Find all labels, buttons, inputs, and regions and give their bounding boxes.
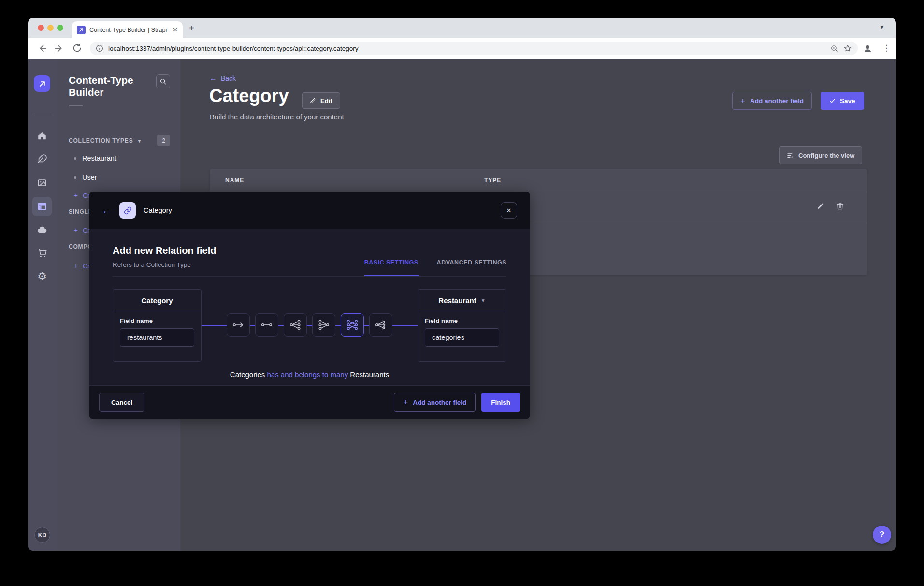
help-button[interactable]: ?	[873, 526, 891, 544]
back-icon[interactable]	[37, 43, 47, 54]
relation-many-to-one-button[interactable]	[312, 313, 335, 337]
browser-menu-icon[interactable]: ⋮	[882, 43, 891, 53]
modal-footer: Cancel + Add another field Finish	[89, 385, 530, 419]
settings-gear-icon[interactable]: ⚙	[32, 267, 52, 286]
url-text[interactable]: localhost:1337/admin/plugins/content-typ…	[108, 45, 825, 52]
table-header: NAME TYPE	[210, 169, 867, 192]
marketplace-cart-icon[interactable]	[32, 243, 52, 263]
content-manager-icon[interactable]	[32, 149, 52, 169]
tab-basic-settings[interactable]: BASIC SETTINGS	[364, 259, 419, 276]
save-button[interactable]: Save	[821, 92, 864, 110]
target-field-label: Field name	[425, 317, 499, 324]
relation-type-buttons	[227, 313, 392, 337]
tab-advanced-settings[interactable]: ADVANCED SETTINGS	[437, 259, 506, 276]
strapi-logo-icon[interactable]	[34, 75, 50, 92]
divider	[69, 105, 83, 106]
modal-add-another-field-button[interactable]: + Add another field	[394, 393, 476, 412]
modal-back-icon[interactable]: ←	[102, 205, 112, 216]
add-another-field-button[interactable]: + Add another field	[732, 92, 812, 110]
plus-icon: +	[74, 226, 78, 234]
bullet-icon	[74, 176, 76, 179]
relation-sentence: Categories has and belongs to many Resta…	[113, 370, 506, 379]
strapi-favicon-icon	[77, 26, 86, 34]
plus-icon: +	[740, 96, 745, 106]
target-type-box: Restaurant▼ Field name	[418, 289, 506, 362]
plus-icon: +	[74, 262, 78, 270]
check-icon	[829, 98, 836, 104]
chevron-down-icon: ▼	[137, 138, 142, 144]
user-avatar[interactable]: KD	[34, 527, 50, 543]
sidebar-item-restaurant[interactable]: Restaurant	[74, 154, 116, 162]
pencil-icon	[310, 98, 316, 104]
relation-link-icon	[119, 202, 136, 219]
strapi-admin: ⚙ KD Content-Type Builder COLLECTION TYP…	[28, 59, 896, 551]
modal-header: ← Category ✕	[89, 192, 530, 229]
site-info-icon[interactable]	[96, 44, 103, 52]
relation-one-to-one-button[interactable]	[255, 313, 278, 337]
tab-title: Content-Type Builder | Strapi	[89, 27, 169, 33]
tab-close-icon[interactable]: ✕	[173, 26, 178, 33]
cancel-button[interactable]: Cancel	[99, 393, 144, 412]
relation-one-way-button[interactable]	[227, 313, 250, 337]
tab-search-chevron-icon[interactable]: ▾	[881, 24, 883, 30]
new-tab-button[interactable]: +	[189, 23, 195, 34]
column-type: TYPE	[484, 177, 501, 184]
configure-view-button[interactable]: Configure the view	[779, 146, 862, 164]
content-type-builder-icon[interactable]	[32, 197, 52, 216]
modal-title: Add new Relation field	[113, 245, 506, 256]
browser-window: Content-Type Builder | Strapi ✕ + ▾ loca…	[28, 18, 896, 551]
target-field-name-input[interactable]	[425, 328, 499, 347]
browser-tab-bar: Content-Type Builder | Strapi ✕ + ▾	[28, 18, 896, 38]
sidebar-item-user[interactable]: User	[74, 174, 97, 181]
home-icon[interactable]	[32, 126, 52, 146]
source-type-title: Category	[113, 290, 201, 311]
edit-field-icon[interactable]	[817, 202, 825, 210]
bookmark-star-icon[interactable]	[843, 44, 852, 53]
section-collection-types[interactable]: COLLECTION TYPES▼	[69, 137, 142, 144]
add-relation-modal: ← Category ✕ Add new Relation field Refe…	[89, 192, 530, 419]
edit-button[interactable]: Edit	[302, 92, 340, 109]
zoom-page-icon[interactable]	[830, 44, 838, 53]
source-type-box: Category Field name	[113, 289, 202, 362]
target-type-dropdown[interactable]: Restaurant▼	[418, 290, 506, 311]
minimize-window-button[interactable]	[47, 25, 54, 31]
page-title: Category	[209, 86, 289, 106]
column-name: NAME	[225, 177, 244, 184]
close-window-button[interactable]	[38, 25, 44, 31]
media-library-icon[interactable]	[32, 173, 52, 192]
plus-icon: +	[74, 191, 78, 199]
modal-tabs: BASIC SETTINGS ADVANCED SETTINGS	[364, 259, 506, 276]
nav-rail: ⚙ KD	[28, 59, 57, 551]
search-button[interactable]	[156, 74, 170, 88]
delete-field-icon[interactable]	[836, 202, 844, 210]
arrow-left-icon: ←	[210, 74, 217, 82]
modal-close-button[interactable]: ✕	[501, 202, 517, 219]
zoom-window-button[interactable]	[57, 25, 63, 31]
relation-many-way-button[interactable]	[369, 313, 392, 337]
finish-button[interactable]: Finish	[481, 393, 520, 412]
chevron-down-icon: ▼	[481, 298, 486, 303]
plus-icon: +	[403, 397, 408, 407]
modal-body: Add new Relation field Refers to a Colle…	[89, 229, 530, 385]
url-bar[interactable]: localhost:1337/admin/plugins/content-typ…	[90, 42, 858, 55]
cloud-icon[interactable]	[32, 220, 52, 239]
browser-tab[interactable]: Content-Type Builder | Strapi ✕	[72, 21, 183, 38]
browser-toolbar: localhost:1337/admin/plugins/content-typ…	[28, 38, 896, 59]
source-field-name-input[interactable]	[120, 328, 194, 347]
modal-breadcrumb: Category	[144, 206, 172, 214]
relation-one-to-many-button[interactable]	[284, 313, 307, 337]
reload-icon[interactable]	[72, 43, 82, 53]
collection-types-count: 2	[157, 135, 170, 146]
list-settings-icon	[787, 152, 794, 159]
profile-icon[interactable]	[863, 44, 873, 54]
bullet-icon	[74, 157, 76, 160]
page-subtitle: Build the data architecture of your cont…	[210, 113, 344, 121]
forward-icon[interactable]	[54, 43, 65, 54]
divider	[32, 114, 53, 114]
source-field-label: Field name	[120, 317, 194, 324]
relation-diagram: Category Field name	[113, 289, 506, 362]
ctb-panel-title: Content-Type Builder	[69, 74, 141, 98]
back-link[interactable]: ←Back	[210, 74, 236, 82]
relation-many-to-many-button[interactable]	[341, 313, 364, 337]
